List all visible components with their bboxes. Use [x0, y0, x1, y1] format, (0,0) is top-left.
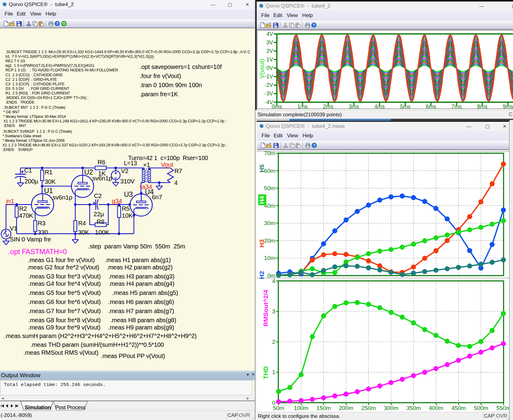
svg-text:9ms: 9ms — [503, 104, 513, 110]
svg-text:H5: H5 — [258, 164, 265, 172]
svg-text:4: 4 — [272, 278, 275, 284]
svg-text:-1V: -1V — [265, 73, 273, 80]
svg-text:200m: 200m — [339, 405, 354, 411]
svg-text:10m: 10m — [264, 255, 275, 261]
svg-text:×1: ×1 — [143, 161, 150, 168]
svg-text:a34: a34 — [142, 183, 152, 190]
svg-text:30K: 30K — [45, 178, 56, 185]
svg-text:400m: 400m — [429, 405, 443, 411]
svg-text:R2: R2 — [19, 205, 27, 212]
svg-text:1K: 1K — [98, 170, 106, 177]
svg-text:30m: 30m — [264, 220, 275, 226]
svg-text:4: 4 — [174, 179, 178, 186]
svg-text:2: 2 — [272, 339, 275, 345]
svg-text:330: 330 — [38, 229, 48, 236]
svg-text:3ms: 3ms — [349, 104, 359, 110]
svg-text:R1: R1 — [45, 169, 53, 176]
svg-text:R8: R8 — [97, 218, 104, 225]
svg-text:V(vout): V(vout) — [258, 59, 265, 78]
svg-text:0V: 0V — [266, 65, 273, 71]
svg-text:?: ? — [313, 23, 315, 27]
svg-text:Post Process: Post Process — [55, 405, 86, 411]
svg-text:THD: THD — [262, 366, 269, 379]
svg-text:R5: R5 — [122, 205, 130, 212]
svg-text:U3: U3 — [124, 190, 133, 198]
svg-text:C1: C1 — [24, 167, 32, 174]
svg-text:6n7: 6n7 — [152, 193, 162, 200]
svg-text:U2: U2 — [84, 168, 93, 176]
svg-text:C2: C2 — [94, 192, 102, 199]
svg-text:200µ: 200µ — [25, 178, 39, 185]
svg-text:1ms: 1ms — [297, 104, 308, 110]
svg-text:R6: R6 — [97, 159, 105, 166]
svg-text:-2V: -2V — [265, 82, 273, 88]
svg-text:22µ: 22µ — [94, 210, 104, 217]
svg-text:?: ? — [313, 143, 315, 148]
svg-text:R7: R7 — [174, 167, 182, 174]
svg-text:8ms: 8ms — [477, 104, 487, 110]
svg-text:sv6n1p: sv6n1p — [53, 194, 72, 201]
svg-text:3V: 3V — [266, 39, 273, 46]
svg-text:20m: 20m — [264, 237, 275, 244]
svg-text:250m: 250m — [361, 405, 376, 411]
svg-text:H3: H3 — [258, 239, 265, 248]
svg-text:350m: 350m — [406, 405, 421, 411]
svg-text:L=13: L=13 — [124, 160, 137, 166]
svg-text:4ms: 4ms — [374, 104, 385, 110]
svg-text:6ms: 6ms — [426, 104, 436, 110]
svg-text:Simulation: Simulation — [25, 405, 51, 411]
svg-text:RMSout^2/4: RMSout^2/4 — [262, 290, 269, 326]
svg-text:310V: 310V — [120, 178, 135, 185]
svg-text:60m: 60m — [264, 168, 275, 174]
svg-text:H4: H4 — [258, 196, 265, 204]
svg-text:100K: 100K — [95, 229, 110, 236]
svg-text:5ms: 5ms — [400, 104, 410, 110]
svg-text:2V: 2V — [266, 48, 273, 54]
svg-text:4V: 4V — [266, 31, 273, 37]
svg-text:Vout: Vout — [161, 161, 173, 168]
svg-text:300m: 300m — [384, 405, 398, 411]
svg-text:150m: 150m — [316, 405, 331, 411]
svg-text:R3: R3 — [38, 220, 46, 227]
svg-text:1V: 1V — [266, 56, 273, 63]
svg-text:0ms: 0ms — [272, 104, 282, 110]
svg-text:-3V: -3V — [265, 90, 273, 97]
svg-text:g34: g34 — [112, 197, 122, 204]
svg-text:V1: V1 — [10, 225, 17, 232]
svg-text:30K: 30K — [78, 229, 89, 236]
svg-text:10K: 10K — [122, 212, 133, 219]
svg-text:450m: 450m — [451, 405, 466, 411]
svg-text:Turns=42 1 c=100p Rser=100: Turns=42 1 c=100p Rser=100 — [128, 155, 208, 161]
svg-text:550m: 550m — [496, 405, 510, 411]
svg-text:V2: V2 — [121, 167, 128, 174]
svg-text:SIN 0 Vamp fre: SIN 0 Vamp fre — [10, 236, 51, 243]
svg-text:100m: 100m — [294, 405, 309, 411]
svg-text:?: ? — [56, 22, 58, 26]
svg-text:470K: 470K — [19, 212, 33, 219]
svg-text:1: 1 — [272, 369, 275, 375]
svg-text:7ms: 7ms — [451, 104, 462, 110]
svg-text:2ms: 2ms — [323, 104, 333, 110]
svg-text:50m: 50m — [273, 405, 284, 411]
svg-text:in1: in1 — [6, 197, 14, 204]
svg-text:50m: 50m — [264, 185, 275, 191]
svg-text:U1: U1 — [44, 187, 53, 195]
svg-text:500m: 500m — [474, 405, 488, 411]
svg-text:3: 3 — [272, 308, 275, 315]
svg-text:R4: R4 — [78, 220, 86, 227]
